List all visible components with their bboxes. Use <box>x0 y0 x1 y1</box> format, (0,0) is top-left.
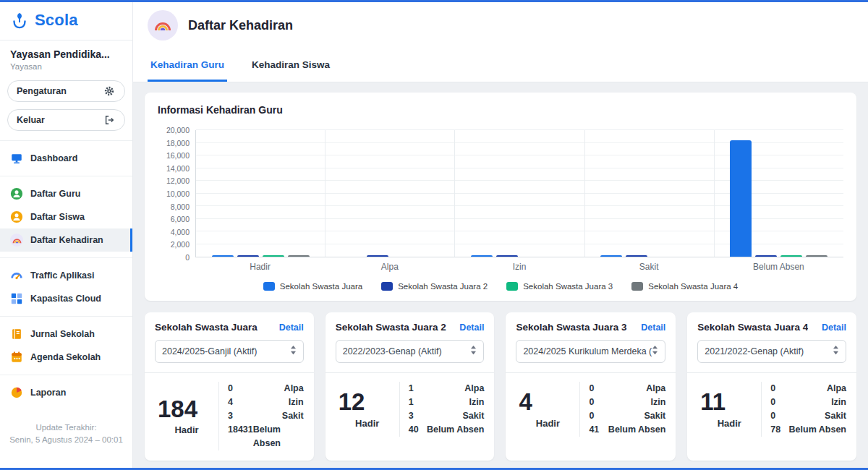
detail-link[interactable]: Detail <box>822 322 846 333</box>
sidebar-item-label: Kapasitas Cloud <box>30 294 101 304</box>
chart-bar <box>288 255 310 257</box>
stat-row: 0Izin <box>770 396 846 409</box>
sidebar-item-label: Agenda Sekolah <box>30 352 101 362</box>
y-tick-label: 14,000 <box>166 164 190 173</box>
sidebar-item-label: Dashboard <box>30 153 77 163</box>
storage-grid-icon <box>10 292 23 305</box>
last-update-label: Update Terakhir: <box>7 422 125 434</box>
scola-logo-icon <box>10 11 29 30</box>
select-arrows-icon <box>652 345 658 358</box>
hadir-label: Hadir <box>174 424 198 435</box>
sidebar-item-jurnal-sekolah[interactable]: Jurnal Sekolah <box>0 322 132 346</box>
tab-kehadiran-siswa[interactable]: Kehadiran Siswa <box>249 51 333 82</box>
legend-item[interactable]: Sekolah Swasta Juara <box>263 282 362 291</box>
detail-link[interactable]: Detail <box>459 322 484 333</box>
stat-row: 78Belum Absen <box>770 423 846 437</box>
period-select[interactable]: 2024/2025 Kurikulum Merdeka ( <box>516 340 665 363</box>
dashboard-icon <box>10 152 23 165</box>
chart-plot <box>195 130 843 257</box>
y-tick-label: 2,000 <box>171 240 190 249</box>
stat-row: 3Sakit <box>228 409 304 423</box>
y-tick-label: 6,000 <box>171 215 190 223</box>
select-arrows-icon <box>833 345 839 358</box>
page-title: Daftar Kehadiran <box>188 18 293 33</box>
stat-row: 0Alpa <box>770 382 846 396</box>
detail-link[interactable]: Detail <box>279 322 304 333</box>
chart-legend: Sekolah Swasta Juara Sekolah Swasta Juar… <box>158 282 843 291</box>
stat-row: 1Alpa <box>409 382 485 396</box>
school-card-4: Sekolah Swasta Juara 4 Detail 2021/2022-… <box>687 312 856 461</box>
school-name: Sekolah Swasta Juara 4 <box>697 322 808 333</box>
divider <box>0 257 132 258</box>
org-name: Yayasan Pendidika... <box>10 48 122 60</box>
stat-row: 40Belum Absen <box>409 423 485 437</box>
chart-bar <box>212 255 234 257</box>
sidebar-item-agenda-sekolah[interactable]: Agenda Sekolah <box>0 346 132 369</box>
org-info: Yayasan Pendidika... Yayasan <box>0 40 132 77</box>
sidebar-item-kapasitas-cloud[interactable]: Kapasitas Cloud <box>0 287 132 310</box>
book-icon <box>10 328 23 341</box>
chart-x-labels: HadirAlpaIzinSakitBelum Absen <box>195 262 843 272</box>
legend-swatch <box>506 282 518 291</box>
chart-bar <box>367 255 388 257</box>
sidebar-item-dashboard[interactable]: Dashboard <box>0 147 132 170</box>
select-arrows-icon <box>470 345 477 358</box>
divider <box>0 375 132 375</box>
chart-title: Informasi Kehadiran Guru <box>158 104 843 116</box>
period-select[interactable]: 2022/2023-Genap (Aktif) <box>336 340 485 363</box>
sidebar-item-label: Daftar Siswa <box>30 212 85 222</box>
sidebar-item-daftar-kehadiran[interactable]: Daftar Kehadiran <box>0 228 132 252</box>
x-tick-label: Hadir <box>195 262 325 272</box>
chart-bar <box>496 255 518 257</box>
period-select[interactable]: 2021/2022-Genap (Aktif) <box>697 340 846 363</box>
legend-item[interactable]: Sekolah Swasta Juara 2 <box>381 282 488 291</box>
y-tick-label: 0 <box>185 253 190 262</box>
school-name: Sekolah Swasta Juara <box>155 322 258 333</box>
bar-group <box>584 130 714 257</box>
sidebar-item-laporan[interactable]: Laporan <box>0 381 132 404</box>
divider <box>0 176 132 176</box>
school-name: Sekolah Swasta Juara 3 <box>516 322 626 333</box>
stat-row: 0Alpa <box>228 382 304 396</box>
hadir-label: Hadir <box>536 418 560 429</box>
logout-button[interactable]: Keluar <box>7 109 125 131</box>
y-tick-label: 8,000 <box>171 202 190 211</box>
hadir-count: 4 <box>519 390 532 415</box>
legend-item[interactable]: Sekolah Swasta Juara 3 <box>506 282 613 291</box>
period-select[interactable]: 2024/2025-Ganjil (Aktif) <box>155 340 304 363</box>
sidebar-item-traffic-aplikasi[interactable]: Traffic Aplikasi <box>0 264 132 287</box>
school-card-3: Sekolah Swasta Juara 3 Detail 2024/2025 … <box>506 312 676 461</box>
hadir-count: 12 <box>339 390 365 415</box>
hadir-label: Hadir <box>355 418 379 429</box>
sidebar-item-label: Jurnal Sekolah <box>30 329 95 339</box>
content: Informasi Kehadiran Guru 02,0004,0006,00… <box>133 82 868 470</box>
pie-chart-icon <box>10 386 23 399</box>
page-avatar <box>148 10 178 40</box>
detail-link[interactable]: Detail <box>641 322 665 333</box>
legend-swatch <box>381 282 393 291</box>
main-area: Daftar Kehadiran Kehadiran Guru Kehadira… <box>133 0 868 470</box>
chart-bar <box>755 255 777 257</box>
bar-group <box>325 130 454 257</box>
legend-item[interactable]: Sekolah Swasta Juara 4 <box>631 282 738 291</box>
sidebar-item-daftar-guru[interactable]: Daftar Guru <box>0 182 132 205</box>
hadir-count: 184 <box>158 397 197 422</box>
page-header: Daftar Kehadiran <box>133 0 868 51</box>
sidebar-item-daftar-siswa[interactable]: Daftar Siswa <box>0 205 132 228</box>
chart-bar <box>237 255 259 257</box>
bar-group <box>196 130 325 257</box>
chart-y-axis: 02,0004,0006,0008,00010,00012,00014,0001… <box>158 130 195 257</box>
chart-bar <box>600 255 622 257</box>
divider <box>0 140 132 141</box>
last-update: Update Terakhir: Senin, 5 Agustus 2024 –… <box>0 422 132 446</box>
stat-row: 41Belum Absen <box>589 423 665 437</box>
gear-icon <box>103 85 116 98</box>
calendar-icon <box>10 351 23 364</box>
bar-group <box>714 130 843 257</box>
settings-button[interactable]: Pengaturan <box>7 80 125 102</box>
tab-kehadiran-guru[interactable]: Kehadiran Guru <box>148 51 227 82</box>
attendance-chart-card: Informasi Kehadiran Guru 02,0004,0006,00… <box>145 93 856 301</box>
settings-button-label: Pengaturan <box>17 86 67 96</box>
chart-bar <box>780 255 802 257</box>
sidebar-item-label: Laporan <box>30 388 66 398</box>
